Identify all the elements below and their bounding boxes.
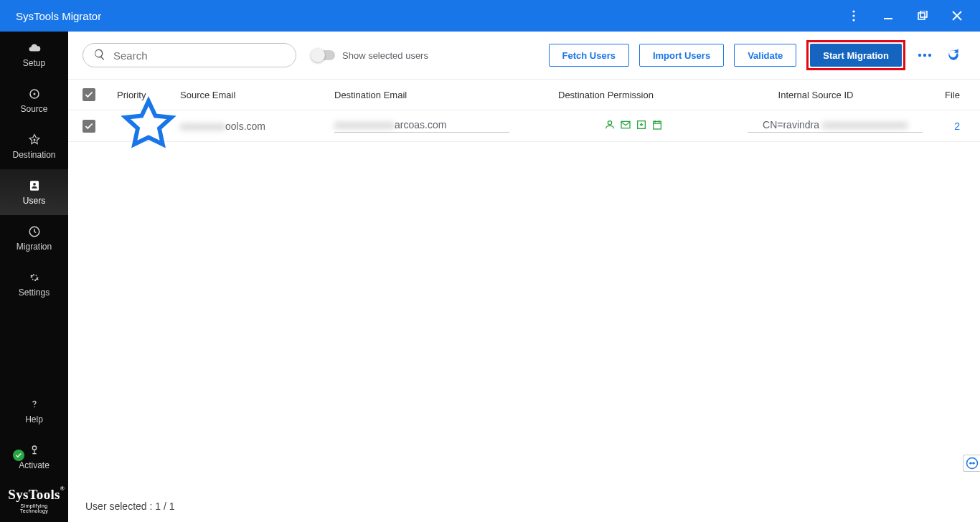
main-panel: Show selected users Fetch Users Import U… xyxy=(68,32,980,522)
minimize-button[interactable] xyxy=(871,0,905,32)
toggle-label: Show selected users xyxy=(342,50,428,61)
sidebar-item-destination[interactable]: Destination xyxy=(0,123,68,169)
app-title: SysTools Migrator xyxy=(16,10,101,22)
search-icon xyxy=(93,48,106,63)
source-icon xyxy=(28,87,41,100)
clock-icon xyxy=(28,225,41,238)
svg-point-7 xyxy=(33,93,35,95)
table-header: Priority Source Email Destination Email … xyxy=(68,79,980,110)
sidebar-item-settings[interactable]: Settings xyxy=(0,261,68,307)
cloud-icon xyxy=(28,42,41,54)
help-icon xyxy=(28,398,41,411)
header-perm: Destination Permission xyxy=(558,90,709,100)
check-badge-icon xyxy=(13,450,24,461)
download-icon xyxy=(636,119,647,133)
sidebar-label: Source xyxy=(20,104,47,114)
gear-icon xyxy=(28,271,41,284)
svg-point-10 xyxy=(33,183,36,186)
header-source: Source Email xyxy=(180,90,334,100)
svg-point-2 xyxy=(852,19,854,21)
header-file: File xyxy=(923,90,963,100)
close-button[interactable] xyxy=(940,0,974,32)
menu-dots-icon[interactable] xyxy=(837,0,871,32)
more-icon[interactable] xyxy=(915,46,934,65)
titlebar: SysTools Migrator xyxy=(0,0,980,32)
sidebar-label: Setup xyxy=(23,58,45,68)
activate-icon xyxy=(28,444,41,457)
show-selected-toggle[interactable] xyxy=(311,50,335,60)
mail-icon xyxy=(620,119,631,133)
svg-point-17 xyxy=(608,121,611,125)
sidebar-label: Destination xyxy=(12,150,55,160)
fetch-users-button[interactable]: Fetch Users xyxy=(549,44,629,67)
source-email-cell: xxxxxxxxxools.com xyxy=(180,120,334,132)
permission-icons xyxy=(558,119,709,133)
sidebar-item-setup[interactable]: Setup xyxy=(0,32,68,77)
search-input[interactable] xyxy=(113,49,286,62)
svg-rect-9 xyxy=(30,181,39,191)
header-internal: Internal Source ID xyxy=(709,90,923,100)
svg-point-15 xyxy=(923,54,926,57)
svg-point-13 xyxy=(32,446,36,450)
svg-point-8 xyxy=(33,139,35,141)
header-dest: Destination Email xyxy=(334,90,558,100)
calendar-icon xyxy=(651,119,663,133)
status-bar: User selected : 1 / 1 xyxy=(68,490,980,522)
refresh-icon[interactable] xyxy=(944,46,963,65)
sidebar: Setup Source Destination Users Migration… xyxy=(0,32,68,522)
sidebar-item-users[interactable]: Users xyxy=(0,169,68,215)
file-link[interactable]: 2 xyxy=(954,120,960,132)
sidebar-item-activate[interactable]: Activate xyxy=(0,434,68,480)
search-box[interactable] xyxy=(83,43,296,67)
sidebar-label: Help xyxy=(25,414,43,424)
svg-rect-3 xyxy=(884,18,892,19)
brand-block: SysTools® Simplifying Technology xyxy=(0,480,68,522)
svg-point-14 xyxy=(918,54,921,57)
table-row[interactable]: xxxxxxxxxools.com xxxxxxxxxxxxarcoas.com… xyxy=(68,110,980,142)
sidebar-item-help[interactable]: Help xyxy=(0,388,68,434)
row-checkbox[interactable] xyxy=(83,120,95,133)
sidebar-label: Migration xyxy=(17,242,52,252)
svg-rect-20 xyxy=(654,121,661,129)
destination-icon xyxy=(28,133,41,146)
svg-point-0 xyxy=(852,10,854,12)
users-icon xyxy=(28,179,41,192)
status-text: User selected : 1 / 1 xyxy=(85,500,175,512)
svg-rect-4 xyxy=(918,13,925,19)
validate-button[interactable]: Validate xyxy=(734,44,796,67)
sidebar-item-source[interactable]: Source xyxy=(0,77,68,123)
dest-email-cell[interactable]: xxxxxxxxxxxxarcoas.com xyxy=(334,119,558,133)
sidebar-label: Users xyxy=(23,196,45,206)
svg-point-16 xyxy=(928,54,931,57)
maximize-button[interactable] xyxy=(905,0,940,32)
sidebar-label: Settings xyxy=(19,288,50,298)
internal-source-cell[interactable]: CN=ravindra xxxxxxxxxxxxxxxxx xyxy=(748,119,923,133)
highlight-box: Start Migration xyxy=(806,40,905,70)
teamviewer-badge[interactable] xyxy=(963,455,980,472)
import-users-button[interactable]: Import Users xyxy=(639,44,724,67)
window-controls xyxy=(837,0,974,32)
contact-icon xyxy=(604,119,616,133)
select-all-checkbox[interactable] xyxy=(83,88,95,101)
brand-name: SysTools xyxy=(8,487,60,502)
svg-rect-5 xyxy=(920,11,927,17)
toolbar: Show selected users Fetch Users Import U… xyxy=(68,32,980,79)
sidebar-item-migration[interactable]: Migration xyxy=(0,215,68,261)
brand-tagline: Simplifying Technology xyxy=(6,503,62,513)
svg-point-12 xyxy=(34,407,35,408)
sidebar-label: Activate xyxy=(19,460,50,470)
star-icon[interactable] xyxy=(117,147,180,158)
start-migration-button[interactable]: Start Migration xyxy=(810,44,902,67)
svg-point-1 xyxy=(852,14,854,16)
